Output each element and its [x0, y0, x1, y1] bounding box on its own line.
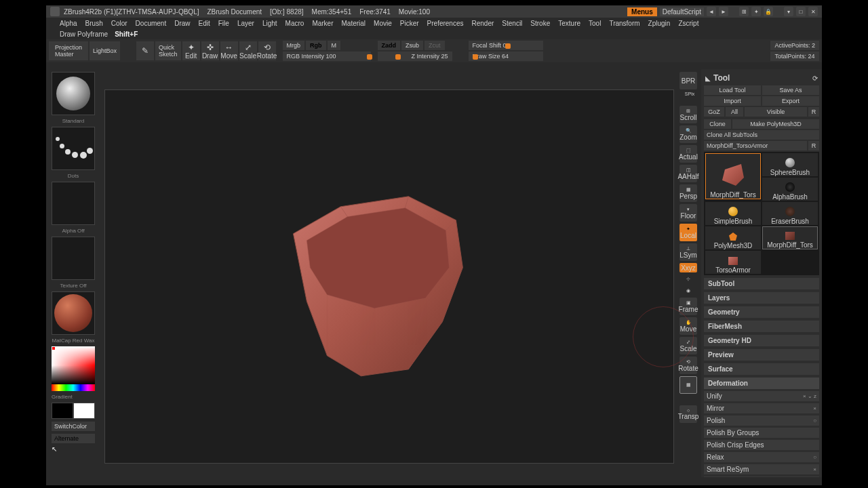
local-button[interactable]: ✦Local [679, 224, 697, 241]
menu-picker[interactable]: Picker [400, 20, 419, 27]
thumb-simple[interactable]: SimpleBrush [705, 202, 761, 225]
lock-icon[interactable]: 🔒 [764, 7, 773, 16]
canvas[interactable] [104, 89, 674, 464]
projection-master-button[interactable]: Projection Master [49, 41, 88, 60]
maximize-icon[interactable]: □ [796, 7, 806, 16]
r2-button[interactable]: R [808, 141, 819, 150]
color-swatch-1[interactable] [52, 403, 73, 419]
menu-edit[interactable]: Edit [199, 20, 210, 27]
menu-stencil[interactable]: Stencil [502, 20, 522, 27]
quicksketch-button[interactable]: Quick Sketch [155, 41, 181, 60]
thumb-alpha[interactable]: AlphaBrush [762, 178, 818, 201]
clone-button[interactable]: Clone [704, 119, 731, 129]
nav-left-icon[interactable]: ◄ [707, 7, 716, 16]
color-picker[interactable] [52, 346, 95, 391]
import-button[interactable]: Import [704, 96, 761, 106]
menu-zplugin[interactable]: Zplugin [648, 20, 671, 27]
makepoly-button[interactable]: Make PolyMesh3D [732, 119, 819, 129]
menu-preferences[interactable]: Preferences [427, 20, 464, 27]
section-deformation[interactable]: Deformation [704, 378, 819, 389]
resym-slider[interactable]: ReSym× [704, 476, 819, 477]
zadd-button[interactable]: Zadd [378, 41, 401, 50]
move-button[interactable]: ↔Move [220, 41, 238, 60]
r-button[interactable]: R [808, 107, 819, 117]
z-intensity-slider[interactable]: Z Intensity 25 [378, 52, 452, 61]
thumb-main[interactable]: MorphDiff_Tors [705, 153, 761, 199]
axis-icon[interactable]: ⊹ [679, 274, 697, 284]
m-button[interactable]: M [328, 41, 341, 50]
menu-movie[interactable]: Movie [374, 20, 392, 27]
menu-tool[interactable]: Tool [589, 20, 601, 27]
zsub-button[interactable]: Zsub [401, 41, 423, 50]
switchcolor-button[interactable]: SwitchColor [52, 422, 95, 431]
morphdiff-field[interactable]: MorphDiff_TorsoArmor [704, 141, 807, 150]
menu-render[interactable]: Render [472, 20, 494, 27]
export-button[interactable]: Export [762, 96, 819, 106]
menu-alpha[interactable]: Alpha [60, 20, 77, 27]
thumb-torso[interactable]: TorsoArmor [705, 251, 761, 274]
thumb-poly3d[interactable]: PolyMesh3D [705, 226, 761, 249]
polishedges-slider[interactable]: Polish Crisp Edges [704, 440, 819, 450]
lsym-button[interactable]: ⊥LSym [679, 243, 697, 261]
transp-button[interactable]: ○Transp [679, 405, 697, 423]
menu-brush[interactable]: Brush [85, 20, 103, 27]
menu-zscript[interactable]: Zscript [678, 20, 698, 27]
close-icon[interactable]: ✕ [808, 7, 818, 16]
menu-layer[interactable]: Layer [237, 20, 254, 27]
menu-file[interactable]: File [218, 20, 229, 27]
section-geometryhd[interactable]: Geometry HD [704, 335, 819, 346]
menu-material[interactable]: Material [342, 20, 366, 27]
section-fibermesh[interactable]: FiberMesh [704, 321, 819, 332]
rgb-button[interactable]: Rgb [306, 41, 326, 50]
menu-draw[interactable]: Draw [174, 20, 190, 27]
thumb-morph2[interactable]: MorphDiff_Tors [762, 226, 818, 249]
spix-label[interactable]: SPix [679, 92, 700, 96]
mesh-object[interactable] [252, 166, 496, 396]
menu-texture[interactable]: Texture [558, 20, 580, 27]
thumb-sphere[interactable]: SphereBrush [762, 153, 818, 176]
xyz-button[interactable]: Xxyz [679, 263, 697, 272]
zcut-button[interactable]: Zcut [425, 41, 445, 50]
aahalf-button[interactable]: ◫AAHalf [679, 165, 697, 182]
smartresym-slider[interactable]: Smart ReSym× [704, 464, 819, 474]
edit-button[interactable]: ✦Edit [182, 41, 200, 60]
menu-light[interactable]: Light [262, 20, 277, 27]
saveas-button[interactable]: Save As [762, 85, 819, 95]
defscript-badge[interactable]: DefaultScript [660, 7, 704, 16]
material-slot[interactable] [52, 291, 95, 335]
polyframe-button[interactable]: ▦ [679, 376, 697, 394]
all-button[interactable]: All [726, 107, 743, 117]
actual-button[interactable]: ⬚Actual [679, 145, 697, 163]
menu-macro[interactable]: Macro [285, 20, 304, 27]
section-geometry[interactable]: Geometry [704, 306, 819, 318]
polishgroups-slider[interactable]: Polish By Groups [704, 428, 819, 438]
section-surface[interactable]: Surface [704, 363, 819, 375]
unify-slider[interactable]: Unify× ⌄ z [704, 391, 819, 401]
alternate-button[interactable]: Alternate [52, 434, 95, 443]
menu-marker[interactable]: Marker [312, 20, 333, 27]
scroll-button[interactable]: ⊞Scroll [679, 106, 697, 123]
cloneall-button[interactable]: Clone All SubTools [704, 130, 819, 140]
color-swatch-2[interactable] [73, 403, 95, 419]
texture-slot[interactable] [52, 237, 95, 280]
menu-document[interactable]: Document [136, 20, 167, 27]
loadtool-button[interactable]: Load Tool [704, 85, 761, 95]
nav-right-icon[interactable]: ► [719, 7, 728, 16]
polish-slider[interactable]: Polish○ [704, 415, 819, 426]
brush-slot[interactable] [52, 72, 95, 115]
draw-size-slider[interactable]: Draw Size 64 [469, 52, 543, 61]
expand-icon[interactable]: ◣ [705, 75, 711, 82]
stroke-slot[interactable] [52, 127, 95, 170]
mirror-slider[interactable]: Mirror× [704, 403, 819, 413]
lightbox-button[interactable]: LightBox [90, 41, 120, 60]
section-preview[interactable]: Preview [704, 349, 819, 361]
alpha-slot[interactable] [52, 182, 95, 225]
thumb-eraser[interactable]: EraserBrush [762, 202, 818, 225]
scale-button[interactable]: ⤢Scale [239, 41, 257, 60]
refresh-icon[interactable]: ⟳ [812, 75, 818, 82]
persp-button[interactable]: ▦Persp [679, 184, 697, 202]
section-layers[interactable]: Layers [704, 292, 819, 304]
mrgb-button[interactable]: Mrgb [283, 41, 305, 50]
menu-transform[interactable]: Transform [609, 20, 639, 27]
relax-slider[interactable]: Relax○ [704, 452, 819, 462]
